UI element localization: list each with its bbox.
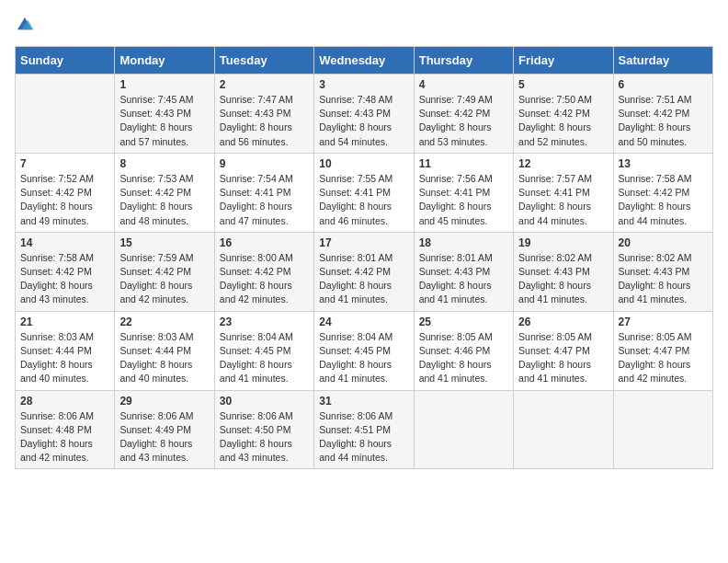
calendar-cell: 21Sunrise: 8:03 AMSunset: 4:44 PMDayligh… [16, 311, 115, 390]
cell-content: Sunrise: 7:56 AMSunset: 4:41 PMDaylight:… [419, 172, 508, 228]
calendar-week-1: 1Sunrise: 7:45 AMSunset: 4:43 PMDaylight… [16, 75, 713, 154]
calendar-cell: 29Sunrise: 8:06 AMSunset: 4:49 PMDayligh… [115, 390, 214, 469]
daylight-text: Daylight: 8 hours and 44 minutes. [619, 201, 691, 225]
sunrise-text: Sunrise: 7:52 AM [20, 173, 94, 184]
calendar-week-2: 7Sunrise: 7:52 AMSunset: 4:42 PMDaylight… [16, 153, 713, 232]
day-number: 8 [119, 157, 209, 170]
calendar-cell [16, 75, 115, 154]
daylight-text: Daylight: 8 hours and 44 minutes. [319, 438, 392, 463]
sunrise-text: Sunrise: 8:03 AM [20, 331, 94, 342]
sunrise-text: Sunrise: 8:02 AM [518, 252, 592, 263]
calendar-cell: 1Sunrise: 7:45 AMSunset: 4:43 PMDaylight… [115, 75, 214, 154]
day-number: 22 [119, 316, 209, 328]
calendar-cell: 24Sunrise: 8:04 AMSunset: 4:45 PMDayligh… [314, 311, 414, 390]
calendar-week-3: 14Sunrise: 7:58 AMSunset: 4:42 PMDayligh… [16, 232, 713, 311]
calendar-cell: 10Sunrise: 7:55 AMSunset: 4:41 PMDayligh… [314, 153, 414, 232]
col-header-wednesday: Wednesday [314, 47, 414, 75]
daylight-text: Daylight: 8 hours and 41 minutes. [518, 280, 591, 304]
cell-content: Sunrise: 8:06 AMSunset: 4:48 PMDaylight:… [20, 409, 109, 465]
calendar-week-4: 21Sunrise: 8:03 AMSunset: 4:44 PMDayligh… [16, 311, 713, 390]
daylight-text: Daylight: 8 hours and 42 minutes. [119, 280, 192, 304]
calendar-cell: 19Sunrise: 8:02 AMSunset: 4:43 PMDayligh… [514, 232, 613, 311]
cell-content: Sunrise: 7:59 AMSunset: 4:42 PMDaylight:… [119, 251, 209, 307]
sunrise-text: Sunrise: 7:57 AM [518, 173, 592, 184]
day-number: 12 [518, 157, 608, 170]
sunset-text: Sunset: 4:41 PM [319, 187, 391, 198]
daylight-text: Daylight: 8 hours and 44 minutes. [518, 201, 591, 225]
day-number: 23 [220, 316, 309, 328]
day-number: 1 [119, 78, 209, 91]
cell-content: Sunrise: 8:02 AMSunset: 4:43 PMDaylight:… [619, 251, 708, 307]
calendar-cell: 17Sunrise: 8:01 AMSunset: 4:42 PMDayligh… [314, 232, 414, 311]
day-number: 13 [619, 157, 708, 170]
daylight-text: Daylight: 8 hours and 41 minutes. [419, 359, 492, 384]
col-header-tuesday: Tuesday [214, 47, 313, 75]
sunrise-text: Sunrise: 8:01 AM [319, 252, 392, 263]
cell-content: Sunrise: 7:49 AMSunset: 4:42 PMDaylight:… [419, 93, 508, 149]
col-header-saturday: Saturday [613, 47, 712, 75]
calendar-cell: 15Sunrise: 7:59 AMSunset: 4:42 PMDayligh… [115, 232, 214, 311]
daylight-text: Daylight: 8 hours and 41 minutes. [220, 359, 292, 384]
sunset-text: Sunset: 4:41 PM [419, 187, 491, 198]
daylight-text: Daylight: 8 hours and 42 minutes. [220, 280, 292, 304]
sunset-text: Sunset: 4:43 PM [619, 266, 690, 277]
day-number: 20 [619, 236, 708, 249]
calendar-cell: 26Sunrise: 8:05 AMSunset: 4:47 PMDayligh… [514, 311, 613, 390]
daylight-text: Daylight: 8 hours and 46 minutes. [319, 201, 392, 225]
sunset-text: Sunset: 4:51 PM [319, 424, 391, 435]
cell-content: Sunrise: 8:05 AMSunset: 4:47 PMDaylight:… [518, 330, 608, 386]
cell-content: Sunrise: 7:54 AMSunset: 4:41 PMDaylight:… [220, 172, 309, 228]
daylight-text: Daylight: 8 hours and 42 minutes. [619, 359, 691, 384]
sunrise-text: Sunrise: 8:03 AM [119, 331, 193, 342]
sunrise-text: Sunrise: 7:58 AM [619, 173, 692, 184]
cell-content: Sunrise: 8:03 AMSunset: 4:44 PMDaylight:… [20, 330, 109, 386]
cell-content: Sunrise: 7:53 AMSunset: 4:42 PMDaylight:… [119, 172, 209, 228]
daylight-text: Daylight: 8 hours and 41 minutes. [419, 280, 492, 304]
daylight-text: Daylight: 8 hours and 43 minutes. [220, 438, 292, 463]
logo-icon [15, 15, 35, 35]
day-number: 14 [20, 236, 109, 249]
cell-content: Sunrise: 8:04 AMSunset: 4:45 PMDaylight:… [319, 330, 408, 386]
sunset-text: Sunset: 4:42 PM [619, 108, 690, 119]
sunrise-text: Sunrise: 8:00 AM [220, 252, 293, 263]
calendar-week-5: 28Sunrise: 8:06 AMSunset: 4:48 PMDayligh… [16, 390, 713, 469]
day-number: 11 [419, 157, 508, 170]
calendar-cell: 16Sunrise: 8:00 AMSunset: 4:42 PMDayligh… [214, 232, 313, 311]
daylight-text: Daylight: 8 hours and 40 minutes. [119, 359, 192, 384]
sunrise-text: Sunrise: 7:50 AM [518, 94, 592, 105]
sunset-text: Sunset: 4:42 PM [319, 266, 391, 277]
sunset-text: Sunset: 4:41 PM [220, 187, 291, 198]
calendar-cell: 20Sunrise: 8:02 AMSunset: 4:43 PMDayligh… [613, 232, 712, 311]
sunrise-text: Sunrise: 7:48 AM [319, 94, 392, 105]
sunset-text: Sunset: 4:45 PM [319, 345, 391, 356]
sunset-text: Sunset: 4:42 PM [119, 187, 191, 198]
calendar-cell: 23Sunrise: 8:04 AMSunset: 4:45 PMDayligh… [214, 311, 313, 390]
cell-content: Sunrise: 8:06 AMSunset: 4:51 PMDaylight:… [319, 409, 408, 465]
daylight-text: Daylight: 8 hours and 48 minutes. [119, 201, 192, 225]
daylight-text: Daylight: 8 hours and 41 minutes. [518, 359, 591, 384]
sunset-text: Sunset: 4:46 PM [419, 345, 491, 356]
sunset-text: Sunset: 4:42 PM [20, 187, 92, 198]
cell-content: Sunrise: 8:06 AMSunset: 4:50 PMDaylight:… [220, 409, 309, 465]
daylight-text: Daylight: 8 hours and 41 minutes. [319, 359, 392, 384]
col-header-friday: Friday [514, 47, 613, 75]
sunset-text: Sunset: 4:43 PM [419, 266, 491, 277]
sunset-text: Sunset: 4:41 PM [518, 187, 590, 198]
daylight-text: Daylight: 8 hours and 52 minutes. [518, 121, 591, 146]
calendar-cell: 31Sunrise: 8:06 AMSunset: 4:51 PMDayligh… [314, 390, 414, 469]
col-header-monday: Monday [115, 47, 214, 75]
daylight-text: Daylight: 8 hours and 41 minutes. [319, 280, 392, 304]
sunrise-text: Sunrise: 8:05 AM [619, 331, 692, 342]
daylight-text: Daylight: 8 hours and 47 minutes. [220, 201, 292, 225]
sunrise-text: Sunrise: 7:51 AM [619, 94, 692, 105]
cell-content: Sunrise: 7:48 AMSunset: 4:43 PMDaylight:… [319, 93, 408, 149]
calendar-cell: 11Sunrise: 7:56 AMSunset: 4:41 PMDayligh… [414, 153, 513, 232]
sunrise-text: Sunrise: 8:04 AM [319, 331, 392, 342]
calendar-cell: 2Sunrise: 7:47 AMSunset: 4:43 PMDaylight… [214, 75, 313, 154]
day-number: 24 [319, 316, 408, 328]
sunrise-text: Sunrise: 8:06 AM [319, 410, 392, 421]
day-number: 5 [518, 78, 608, 91]
calendar-cell: 3Sunrise: 7:48 AMSunset: 4:43 PMDaylight… [314, 75, 414, 154]
sunset-text: Sunset: 4:44 PM [119, 345, 191, 356]
cell-content: Sunrise: 8:01 AMSunset: 4:43 PMDaylight:… [419, 251, 508, 307]
